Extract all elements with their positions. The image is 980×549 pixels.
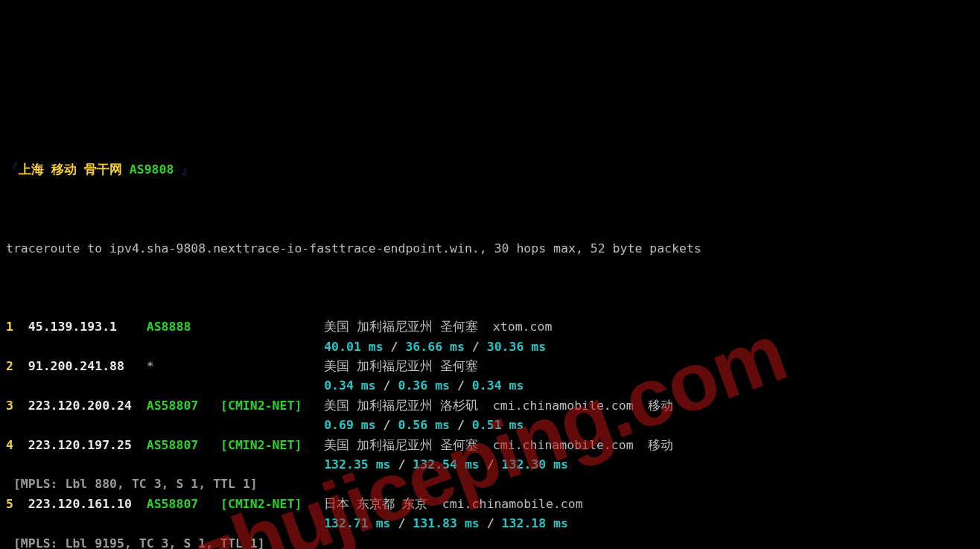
- hop-row: 291.200.241.88*美国 加利福尼亚州 圣何塞: [6, 357, 974, 376]
- rtt-value: 0.34 ms: [472, 378, 524, 393]
- rtt-value: 131.83 ms: [413, 516, 479, 530]
- rtt-value: 0.69 ms: [324, 418, 376, 432]
- hop-index: 2: [6, 357, 28, 376]
- rtt-separator: /: [450, 418, 472, 432]
- hop-network: [CMIN2-NET]: [220, 495, 324, 514]
- rtt-value: 132.18 ms: [502, 516, 568, 530]
- rtt-separator: /: [384, 340, 406, 354]
- rtt-value: 132.54 ms: [413, 457, 479, 472]
- rtt-value: 0.51 ms: [472, 418, 524, 432]
- rtt-separator: /: [391, 516, 413, 530]
- hop-ip: 45.139.193.1: [28, 317, 147, 337]
- hop-network: [CMIN2-NET]: [220, 396, 324, 416]
- hop-network: [220, 317, 324, 337]
- hop-ip: 223.120.200.24: [28, 396, 147, 416]
- bracket-close-icon: 』: [174, 162, 194, 177]
- hop-rtt: 0.69 ms / 0.56 ms / 0.51 ms: [6, 416, 974, 435]
- hop-asn: AS58807: [147, 495, 220, 514]
- rtt-value: 132.71 ms: [324, 516, 390, 530]
- hop-ip: 223.120.197.25: [28, 436, 147, 455]
- hop-row: 4223.120.197.25AS58807[CMIN2-NET]美国 加利福尼…: [6, 436, 974, 455]
- mpls-text: [MPLS: Lbl 880, TC 3, S 1, TTL 1]: [13, 477, 258, 491]
- hop-index: 4: [6, 436, 28, 455]
- rtt-separator: /: [376, 378, 398, 393]
- hop-location: 美国 加利福尼亚州 圣何塞 cmi.chinamobile.com 移动: [324, 436, 974, 455]
- hop-location: 美国 加利福尼亚州 圣何塞 xtom.com: [324, 317, 974, 337]
- hop-network: [CMIN2-NET]: [220, 436, 324, 455]
- hop-rtt: 0.34 ms / 0.36 ms / 0.34 ms: [6, 376, 974, 396]
- rtt-value: 0.36 ms: [398, 378, 451, 393]
- terminal-output: 『上海 移动 骨干网 AS9808 』 traceroute to ipv4.s…: [0, 98, 980, 549]
- trace-asn: AS9808: [130, 162, 174, 177]
- rtt-value: 36.66 ms: [405, 340, 464, 354]
- mpls-label: [MPLS: Lbl 880, TC 3, S 1, TTL 1]: [6, 475, 974, 494]
- rtt-separator: /: [465, 340, 487, 354]
- hop-index: 3: [6, 396, 28, 416]
- rtt-separator: /: [480, 457, 502, 472]
- hop-asn: AS58807: [147, 396, 220, 416]
- hop-rtt: 40.01 ms / 36.66 ms / 30.36 ms: [6, 337, 974, 357]
- hop-location: 美国 加利福尼亚州 圣何塞: [324, 357, 974, 376]
- rtt-value: 40.01 ms: [324, 340, 383, 354]
- trace-header: 『上海 移动 骨干网 AS9808 』: [6, 160, 974, 180]
- rtt-value: 132.30 ms: [502, 457, 568, 472]
- hop-list: 145.139.193.1AS8888美国 加利福尼亚州 圣何塞 xtom.co…: [6, 317, 974, 549]
- hop-asn: AS58807: [147, 436, 220, 455]
- trace-title: 上海 移动 骨干网: [19, 162, 122, 177]
- rtt-separator: /: [391, 457, 413, 472]
- hop-rtt: 132.35 ms / 132.54 ms / 132.30 ms: [6, 455, 974, 475]
- mpls-label: [MPLS: Lbl 9195, TC 3, S 1, TTL 1]: [6, 534, 974, 549]
- hop-ip: 223.120.161.10: [28, 495, 147, 514]
- hop-index: 1: [6, 317, 28, 337]
- hop-ip: 91.200.241.88: [28, 357, 147, 376]
- rtt-separator: /: [376, 418, 398, 432]
- hop-row: 5223.120.161.10AS58807[CMIN2-NET]日本 东京都 …: [6, 495, 974, 514]
- hop-location: 日本 东京都 东京 cmi.chinamobile.com: [324, 495, 974, 514]
- rtt-value: 0.34 ms: [324, 378, 376, 393]
- hop-row: 145.139.193.1AS8888美国 加利福尼亚州 圣何塞 xtom.co…: [6, 317, 974, 337]
- hop-row: 3223.120.200.24AS58807[CMIN2-NET]美国 加利福尼…: [6, 396, 974, 416]
- hop-index: 5: [6, 495, 28, 514]
- hop-asn: AS8888: [147, 317, 220, 337]
- mpls-text: [MPLS: Lbl 9195, TC 3, S 1, TTL 1]: [13, 536, 265, 549]
- rtt-separator: /: [450, 378, 472, 393]
- rtt-value: 0.56 ms: [398, 418, 451, 432]
- hop-network: [220, 357, 324, 376]
- hop-rtt: 132.71 ms / 131.83 ms / 132.18 ms: [6, 514, 974, 533]
- hop-asn: *: [147, 357, 220, 376]
- traceroute-command: traceroute to ipv4.sha-9808.nexttrace-io…: [6, 239, 974, 258]
- bracket-open-icon: 『: [6, 162, 19, 177]
- rtt-value: 30.36 ms: [487, 340, 546, 354]
- rtt-value: 132.35 ms: [324, 457, 390, 472]
- hop-location: 美国 加利福尼亚州 洛杉矶 cmi.chinamobile.com 移动: [324, 396, 974, 416]
- rtt-separator: /: [480, 516, 502, 530]
